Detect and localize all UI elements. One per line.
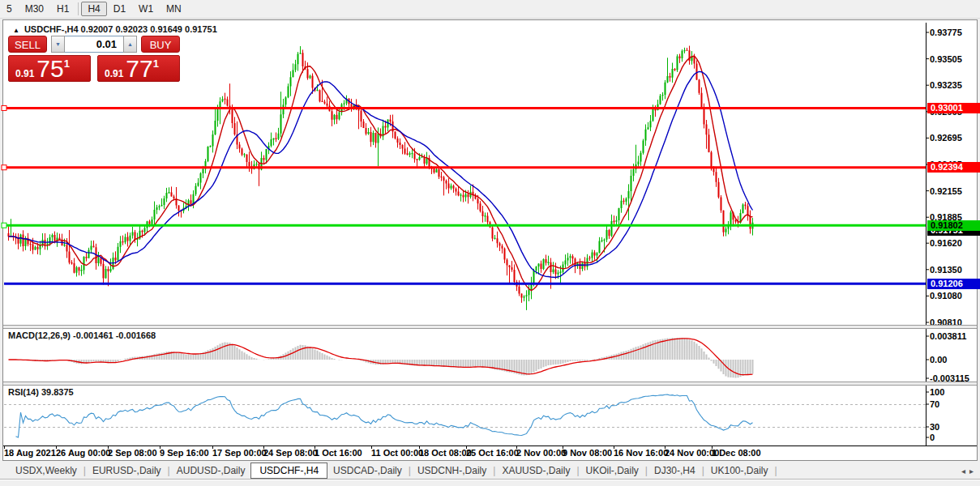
tab-scroll-arrows: ◂▸ [961,467,974,475]
one-click-trading-panel: SELL ▼ ▲ BUY 0.91 75 1 0.91 77 1 [8,36,180,82]
volume-increase-button[interactable]: ▲ [123,36,137,53]
timeframe-button-w1[interactable]: W1 [132,2,160,16]
chart-tab-xauusd-daily[interactable]: XAUUSD-,Daily [496,463,576,478]
chart-tab-bar: USDX,Weekly|EURUSD-,Daily|AUDUSD-,DailyU… [0,462,980,480]
chart-tab-usdchf-h4[interactable]: USDCHF-,H4 [250,463,327,479]
timeframe-button-h4[interactable]: H4 [81,2,106,16]
tab-separator: | [774,465,778,476]
timeframe-button-m30[interactable]: M30 [19,2,50,16]
chart-tab-uk100-daily[interactable]: UK100-,Daily [705,463,774,478]
panel-splitter-macd[interactable] [3,325,977,329]
sell-button[interactable]: SELL [8,36,47,53]
toolbar-separator [78,2,79,15]
buy-button[interactable]: BUY [141,36,180,53]
rsi-label: RSI(14) 39.8375 [8,387,74,397]
collapse-panel-icon[interactable]: ▲ [13,27,19,34]
sell-price-prefix: 0.91 [15,67,34,80]
chevron-down-icon: ▼ [55,41,61,47]
timeframe-button-h1[interactable]: H1 [50,2,75,16]
chart-tab-usdcnh-daily[interactable]: USDCNH-,Daily [412,463,492,478]
volume-decrease-button[interactable]: ▼ [51,36,65,53]
timeframe-button-mn[interactable]: MN [160,2,188,16]
chart-tab-eurusd-daily[interactable]: EURUSD-,Daily [87,463,167,478]
chart-tab-usdx-weekly[interactable]: USDX,Weekly [10,463,83,478]
timeframe-button-d1[interactable]: D1 [107,2,132,16]
chart-tab-audusd-daily[interactable]: AUDUSD-,Daily [171,463,251,478]
chart-tab-ukoil-daily[interactable]: UKOil-,Daily [580,463,644,478]
buy-price-digits: 77 [126,57,152,80]
tab-scroll-left-icon[interactable]: ◂ [961,467,965,475]
buy-price-pip: 1 [153,58,159,70]
chart-title-text: USDCHF-,H4 0.92007 0.92023 0.91649 0.917… [24,24,217,34]
macd-label: MACD(12,26,9) -0.001461 -0.001668 [8,330,156,340]
chart-tab-dj30-h4[interactable]: DJ30-,H4 [648,463,701,478]
sell-price-display[interactable]: 0.91 75 1 [8,55,91,82]
timeframe-button-5[interactable]: 5 [0,2,19,16]
chevron-up-icon: ▲ [127,41,133,47]
sell-price-pip: 1 [64,58,70,70]
panel-splitter-rsi[interactable] [3,382,977,386]
chart-ohlc-title: ▲USDCHF-,H4 0.92007 0.92023 0.91649 0.91… [13,24,217,34]
chart-tab-usdcad-daily[interactable]: USDCAD-,Daily [327,463,408,478]
tab-scroll-right-icon[interactable]: ▸ [969,467,974,475]
chart-window [2,19,978,461]
sell-price-digits: 75 [36,57,63,80]
buy-price-prefix: 0.91 [105,67,123,80]
timeframe-toolbar: 5M30H1H4D1W1MN [0,0,980,19]
status-bar [0,480,980,486]
volume-input[interactable] [65,36,123,53]
buy-price-display[interactable]: 0.91 77 1 [97,55,180,82]
